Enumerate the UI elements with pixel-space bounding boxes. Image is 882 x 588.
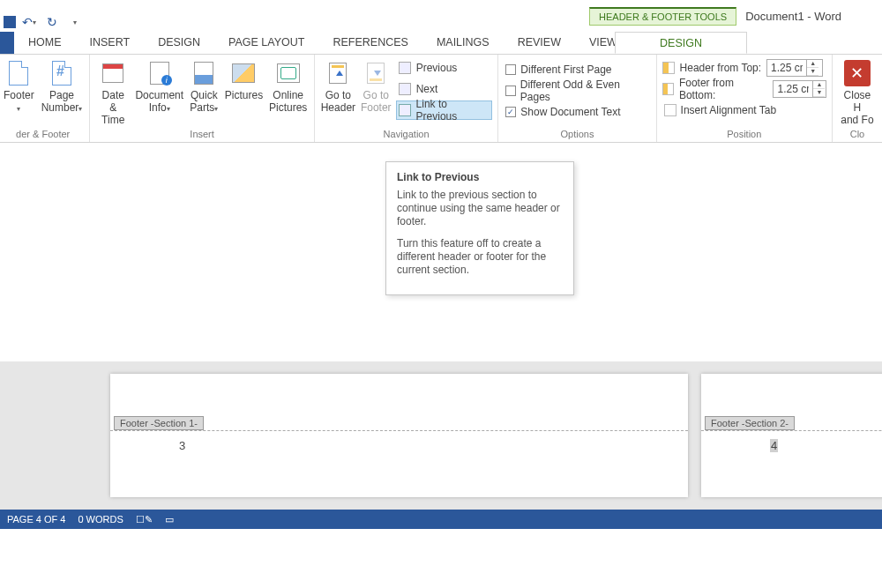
tab-design-contextual[interactable]: DESIGN bbox=[615, 32, 747, 54]
quick-parts-icon bbox=[194, 62, 213, 85]
page-number-4[interactable]: 4 bbox=[770, 439, 778, 452]
tab-home[interactable]: HOME bbox=[14, 32, 76, 54]
footer-from-bottom-label: Footer from Bottom: bbox=[679, 77, 768, 101]
show-document-text-checkbox[interactable]: ✓Show Document Text bbox=[504, 102, 650, 122]
ruler-icon bbox=[662, 62, 675, 74]
checkbox-icon bbox=[505, 86, 515, 96]
document-info-label: Document Info bbox=[135, 89, 183, 114]
goto-footer-label: Go to Footer bbox=[361, 89, 392, 114]
show-document-text-label: Show Document Text bbox=[520, 106, 620, 118]
page-section-2[interactable] bbox=[701, 374, 882, 497]
link-to-previous-label: Link to Previous bbox=[416, 98, 487, 123]
undo-button[interactable]: ↶▾ bbox=[19, 12, 39, 32]
document-info-icon bbox=[150, 62, 169, 85]
footer-tag-section-2: Footer -Section 2- bbox=[705, 416, 795, 430]
header-footer-tools-label: HEADER & FOOTER TOOLS bbox=[589, 7, 736, 26]
checkbox-icon bbox=[505, 64, 516, 75]
redo-button[interactable]: ↻ bbox=[42, 12, 62, 32]
date-time-label: Date & Time bbox=[97, 89, 129, 126]
page-number-label: Page Number bbox=[41, 89, 79, 114]
close-label: Close H and Fo bbox=[840, 89, 875, 126]
close-header-footer-button[interactable]: ✕ Close H and Fo bbox=[836, 56, 878, 126]
online-pictures-icon bbox=[277, 63, 300, 83]
page-number-icon: # bbox=[52, 61, 71, 86]
status-macro-icon[interactable]: ▭ bbox=[165, 514, 174, 525]
document-info-button[interactable]: Document Info▾ bbox=[132, 56, 186, 115]
group-label-navigation: Navigation bbox=[318, 127, 495, 142]
link-to-previous-tooltip: Link to Previous Link to the previous se… bbox=[385, 161, 574, 295]
status-words[interactable]: 0 WORDS bbox=[78, 514, 123, 525]
header-from-top-input[interactable] bbox=[767, 62, 806, 74]
page-number-3[interactable]: 3 bbox=[179, 439, 185, 452]
footer-from-bottom-input[interactable] bbox=[774, 83, 812, 95]
footer-label: Footer bbox=[4, 89, 34, 101]
tooltip-title: Link to Previous bbox=[397, 171, 563, 183]
footer-separator-2 bbox=[701, 430, 882, 431]
quick-access-toolbar: ↶▾ ↻ ▾ bbox=[4, 12, 85, 32]
group-navigation: Go to Header Go to Footer Previous Next … bbox=[315, 55, 499, 142]
tooltip-p1: Link to the previous section to continue… bbox=[397, 189, 563, 228]
previous-label: Previous bbox=[416, 62, 458, 74]
online-pictures-label: Online Pictures bbox=[269, 89, 307, 114]
group-insert: Date & Time Document Info▾ Quick Parts▾ … bbox=[90, 55, 314, 142]
tab-file[interactable] bbox=[0, 32, 14, 54]
status-spelling-icon[interactable]: ☐✎ bbox=[136, 514, 153, 525]
footer-separator-1 bbox=[110, 430, 688, 431]
different-odd-even-checkbox[interactable]: Different Odd & Even Pages bbox=[504, 81, 650, 100]
link-to-previous-button[interactable]: Link to Previous bbox=[396, 100, 493, 120]
link-icon bbox=[399, 104, 411, 116]
footer-from-bottom-spinner[interactable]: ▲▼ bbox=[773, 80, 826, 98]
spinner-up-icon[interactable]: ▲ bbox=[813, 81, 825, 89]
close-icon: ✕ bbox=[844, 60, 871, 86]
different-first-page-checkbox[interactable]: Different First Page bbox=[504, 60, 650, 79]
ribbon-tabs: HOME INSERT DESIGN PAGE LAYOUT REFERENCE… bbox=[0, 32, 882, 55]
spinner-up-icon[interactable]: ▲ bbox=[807, 60, 818, 68]
group-label-position: Position bbox=[661, 127, 828, 142]
group-position: Header from Top: ▲▼ Footer from Bottom: … bbox=[657, 55, 833, 142]
calendar-icon bbox=[102, 63, 123, 83]
page-number-button[interactable]: # Page Number▾ bbox=[38, 56, 86, 115]
tooltip-p2: Turn this feature off to create a differ… bbox=[397, 237, 563, 277]
group-label-close: Clo bbox=[836, 127, 878, 142]
previous-icon bbox=[399, 62, 411, 74]
tab-references[interactable]: REFERENCES bbox=[318, 32, 422, 54]
different-first-page-label: Different First Page bbox=[520, 63, 611, 76]
spinner-down-icon[interactable]: ▼ bbox=[813, 89, 825, 97]
header-from-top-label: Header from Top: bbox=[680, 62, 762, 74]
contextual-tab-group: HEADER & FOOTER TOOLS Document1 - Word bbox=[589, 7, 882, 26]
insert-alignment-tab-button[interactable]: Insert Alignment Tab bbox=[662, 100, 826, 120]
title-bar: ↶▾ ↻ ▾ HEADER & FOOTER TOOLS Document1 -… bbox=[0, 0, 882, 32]
spinner-down-icon[interactable]: ▼ bbox=[807, 68, 818, 76]
ribbon: Footer▾ # Page Number▾ der & Footer Date… bbox=[0, 55, 882, 143]
tab-page-layout[interactable]: PAGE LAYOUT bbox=[214, 32, 318, 54]
header-from-top-spinner[interactable]: ▲▼ bbox=[766, 59, 823, 77]
footer-icon bbox=[9, 61, 28, 86]
goto-header-button[interactable]: Go to Header bbox=[318, 56, 358, 114]
footer-button[interactable]: Footer▾ bbox=[0, 56, 38, 115]
next-icon bbox=[399, 83, 411, 95]
date-time-button[interactable]: Date & Time bbox=[93, 56, 132, 126]
tab-design[interactable]: DESIGN bbox=[144, 32, 214, 54]
quick-parts-label: Quick Parts bbox=[190, 89, 217, 114]
word-icon bbox=[4, 16, 16, 28]
quick-parts-button[interactable]: Quick Parts▾ bbox=[186, 56, 221, 115]
customize-qat-button[interactable]: ▾ bbox=[65, 12, 85, 32]
group-label-options: Options bbox=[502, 127, 652, 142]
group-label-insert: Insert bbox=[93, 127, 310, 142]
footer-tag-section-1: Footer -Section 1- bbox=[114, 416, 204, 430]
tab-review[interactable]: REVIEW bbox=[504, 32, 575, 54]
pictures-label: Pictures bbox=[225, 89, 263, 101]
goto-header-icon bbox=[329, 63, 347, 84]
next-button[interactable]: Next bbox=[396, 79, 493, 99]
pictures-button[interactable]: Pictures bbox=[221, 56, 265, 101]
group-header-footer: Footer▾ # Page Number▾ der & Footer bbox=[0, 55, 90, 142]
status-bar: PAGE 4 OF 4 0 WORDS ☐✎ ▭ bbox=[0, 510, 882, 529]
page-section-1[interactable] bbox=[110, 374, 688, 497]
online-pictures-button[interactable]: Online Pictures bbox=[266, 56, 310, 114]
previous-button[interactable]: Previous bbox=[396, 58, 493, 78]
pictures-icon bbox=[232, 63, 255, 83]
status-page[interactable]: PAGE 4 OF 4 bbox=[7, 514, 65, 525]
tab-mailings[interactable]: MAILINGS bbox=[422, 32, 504, 54]
group-label-hf: der & Footer bbox=[0, 127, 86, 142]
tab-insert[interactable]: INSERT bbox=[76, 32, 145, 54]
